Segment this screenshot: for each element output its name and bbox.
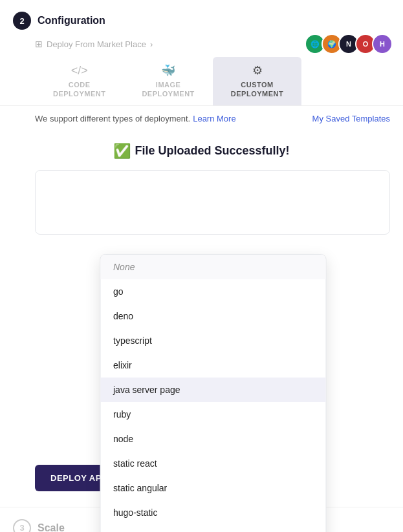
language-dropdown[interactable]: None go deno typescript elixir java serv… [100, 254, 326, 532]
dropdown-item-static-react[interactable]: static react [100, 451, 325, 476]
step-number: 2 [13, 12, 31, 30]
tab-image-label: IMAGEDEPLOYMENT [142, 80, 194, 99]
dropdown-item-go[interactable]: go [100, 279, 325, 304]
gear-icon: ⚙ [252, 63, 263, 78]
tab-custom-label: CUSTOMDEPLOYMENT [231, 80, 283, 99]
avatar-group: 🌐 🌍 N O H [305, 34, 393, 54]
dropdown-item-static-angular[interactable]: static angular [100, 476, 325, 500]
dropdown-item-deno[interactable]: deno [100, 304, 325, 328]
content-box [35, 170, 390, 235]
step-title: Configuration [38, 15, 105, 27]
breadcrumb-chevron: › [150, 39, 153, 49]
deploy-tabs: </> CODEDEPLOYMENT 🐳 IMAGEDEPLOYMENT ⚙ C… [0, 57, 403, 106]
main-area: None go deno typescript elixir java serv… [0, 170, 403, 235]
dropdown-item-elixir[interactable]: elixir [100, 353, 325, 378]
dropdown-item-typescript[interactable]: typescript [100, 328, 325, 353]
success-message: File Uploaded Successfully! [135, 144, 289, 158]
info-bar: We support different types of deployment… [0, 106, 403, 131]
info-text: We support different types of deployment… [35, 114, 190, 123]
avatar-5: H [372, 34, 393, 54]
step-header: 2 Configuration [0, 0, 403, 36]
tab-code-deployment[interactable]: </> CODEDEPLOYMENT [35, 58, 124, 105]
success-icon: ✅ [113, 143, 131, 160]
docker-icon: 🐳 [161, 63, 175, 78]
my-saved-templates-link[interactable]: My Saved Templates [312, 114, 390, 123]
dropdown-item-hugo-static[interactable]: hugo-static [100, 500, 325, 525]
learn-more-link[interactable]: Learn More [193, 114, 235, 123]
dropdown-item-java-server-page[interactable]: java server page [100, 378, 325, 402]
scale-step-title: Scale [38, 522, 65, 532]
dropdown-item-node[interactable]: node [100, 427, 325, 451]
breadcrumb-text: Deploy From Market Place [47, 39, 146, 49]
dropdown-item-none[interactable]: None [100, 255, 325, 279]
tab-custom-deployment[interactable]: ⚙ CUSTOMDEPLOYMENT [213, 57, 301, 105]
success-bar: ✅ File Uploaded Successfully! [0, 131, 403, 170]
dropdown-item-python[interactable]: python [100, 525, 325, 532]
code-icon: </> [71, 64, 88, 78]
tab-image-deployment[interactable]: 🐳 IMAGEDEPLOYMENT [124, 57, 212, 105]
scale-step-number: 3 [13, 519, 31, 532]
page-wrapper: 2 Configuration ⊞ Deploy From Market Pla… [0, 0, 403, 532]
tab-code-label: CODEDEPLOYMENT [53, 80, 105, 99]
dropdown-item-ruby[interactable]: ruby [100, 402, 325, 427]
breadcrumb-icon: ⊞ [35, 39, 43, 49]
